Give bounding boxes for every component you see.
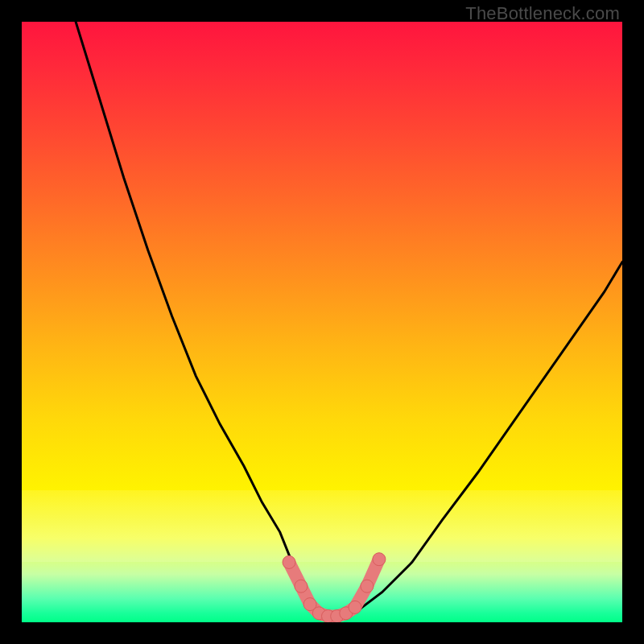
chart-frame: TheBottleneck.com xyxy=(0,0,644,644)
data-marker xyxy=(373,553,386,566)
bottleneck-curve xyxy=(76,22,622,617)
watermark-text: TheBottleneck.com xyxy=(465,3,620,24)
data-marker xyxy=(349,601,361,613)
data-marker xyxy=(283,555,295,568)
marker-group xyxy=(283,553,386,622)
plot-area xyxy=(22,22,622,622)
curve-group xyxy=(76,22,622,617)
data-marker xyxy=(361,580,374,592)
data-marker xyxy=(295,580,308,592)
bottleneck-curve-svg xyxy=(22,22,622,622)
